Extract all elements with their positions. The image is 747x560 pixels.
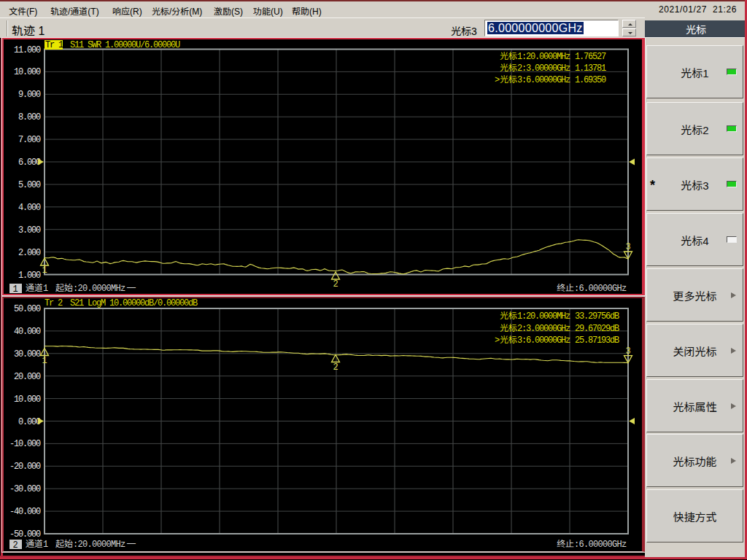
svg-text:4.000: 4.000: [18, 203, 41, 213]
svg-text:10.000: 10.000: [14, 394, 41, 405]
svg-text::20.0000MHz: :20.0000MHz: [73, 540, 125, 550]
svg-text::6.00000GHz: :6.00000GHz: [574, 284, 627, 294]
svg-text:1: 1: [12, 284, 18, 295]
svg-text:0.000: 0.000: [18, 417, 41, 427]
svg-text:1: 1: [43, 284, 48, 294]
svg-text:1: 1: [42, 265, 47, 276]
svg-text:光标: 光标: [500, 321, 517, 333]
svg-text:Tr 2: Tr 2: [44, 298, 63, 308]
svg-text:1: 1: [43, 540, 48, 550]
svg-text:—: —: [127, 536, 136, 548]
svg-text:1.13781: 1.13781: [575, 63, 606, 74]
svg-text:3.000: 3.000: [18, 225, 41, 236]
svg-text:25.87193dB: 25.87193dB: [575, 335, 619, 346]
svg-text:-10.000: -10.000: [9, 439, 41, 449]
svg-text:>: >: [495, 75, 500, 85]
svg-text:3:6.00000GHz: 3:6.00000GHz: [517, 335, 570, 346]
svg-text:光标: 光标: [500, 308, 517, 321]
svg-text:2:3.00000GHz: 2:3.00000GHz: [517, 324, 570, 334]
svg-text:光标: 光标: [500, 72, 517, 85]
svg-text:50.000: 50.000: [14, 304, 41, 314]
svg-text:光标: 光标: [500, 332, 517, 345]
svg-text:起始: 起始: [55, 537, 73, 549]
svg-text:7.000: 7.000: [18, 135, 41, 145]
svg-text:Tr 1: Tr 1: [45, 40, 63, 50]
svg-text:1.69350: 1.69350: [575, 75, 606, 85]
svg-text:1: 1: [42, 356, 47, 366]
svg-text:1:20.0000MHz: 1:20.0000MHz: [517, 311, 570, 322]
svg-text:S11 SWR 1.00000U/6.00000U: S11 SWR 1.00000U/6.00000U: [70, 40, 180, 50]
svg-text:终止: 终止: [557, 281, 574, 293]
svg-text:3: 3: [625, 346, 630, 357]
svg-text:9.000: 9.000: [18, 90, 41, 100]
svg-text:-40.000: -40.000: [9, 507, 41, 517]
svg-text:通道: 通道: [26, 281, 43, 293]
svg-text:3: 3: [625, 242, 630, 252]
svg-text:2:3.00000GHz: 2:3.00000GHz: [517, 63, 570, 74]
svg-text::20.0000MHz: :20.0000MHz: [73, 284, 125, 294]
svg-text:光标: 光标: [500, 49, 517, 61]
svg-text:3:6.00000GHz: 3:6.00000GHz: [517, 75, 570, 85]
svg-text:11.000: 11.000: [14, 45, 41, 55]
svg-text:10.000: 10.000: [14, 67, 41, 77]
svg-text:1:20.0000MHz: 1:20.0000MHz: [517, 52, 570, 62]
svg-text:5.000: 5.000: [18, 180, 41, 190]
svg-text:40.000: 40.000: [14, 327, 41, 337]
svg-text:—: —: [127, 280, 136, 292]
svg-text:终止: 终止: [557, 537, 574, 549]
svg-text:29.67029dB: 29.67029dB: [575, 324, 619, 334]
svg-text:6.000: 6.000: [18, 158, 41, 168]
svg-text:1.000: 1.000: [18, 271, 41, 281]
svg-text:33.29756dB: 33.29756dB: [575, 311, 619, 322]
svg-text:S21 LogM 10.00000dB/0.00000dB: S21 LogM 10.00000dB/0.00000dB: [70, 298, 198, 308]
svg-text:2: 2: [12, 540, 18, 551]
svg-text:起始: 起始: [55, 281, 73, 293]
svg-text:2: 2: [333, 279, 338, 289]
svg-text::6.00000GHz: :6.00000GHz: [574, 540, 627, 550]
svg-text:30.000: 30.000: [14, 349, 41, 359]
svg-text:8.000: 8.000: [18, 112, 41, 122]
svg-text:2: 2: [333, 362, 338, 373]
svg-text:-20.000: -20.000: [9, 462, 41, 472]
svg-text:2.000: 2.000: [18, 248, 41, 258]
svg-text:1.76527: 1.76527: [575, 52, 606, 62]
svg-text:>: >: [495, 335, 500, 346]
svg-text:光标: 光标: [500, 61, 517, 73]
svg-text:-30.000: -30.000: [9, 484, 41, 494]
svg-text:通道: 通道: [26, 537, 43, 549]
svg-text:20.000: 20.000: [14, 372, 41, 382]
